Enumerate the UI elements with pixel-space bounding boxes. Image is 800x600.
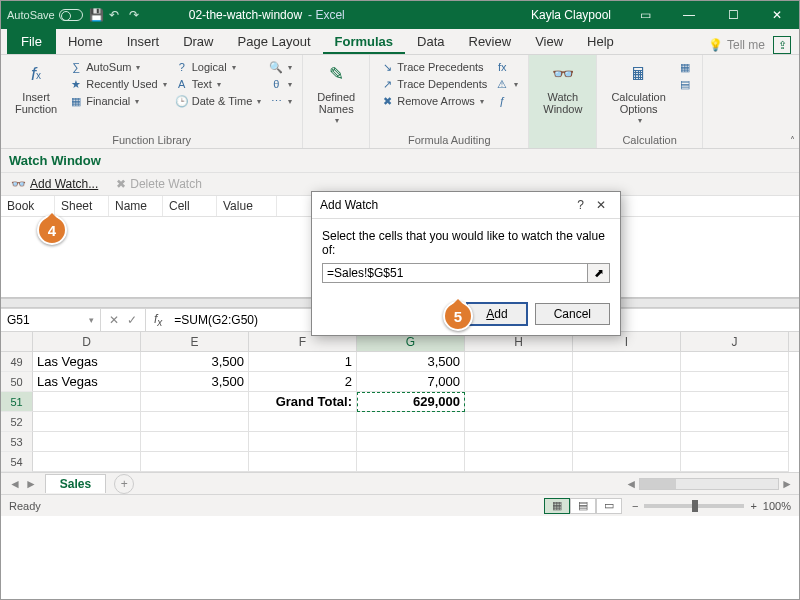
- zoom-out-button[interactable]: −: [632, 500, 638, 512]
- formula-input[interactable]: =SUM(G2:G50): [170, 313, 262, 327]
- tab-page-layout[interactable]: Page Layout: [226, 30, 323, 54]
- cancel-formula-icon[interactable]: ✕: [109, 313, 119, 327]
- defined-names-button[interactable]: ✎ Defined Names▾: [311, 59, 361, 128]
- cell[interactable]: 2: [249, 372, 357, 392]
- cell[interactable]: [357, 432, 465, 452]
- remove-arrows-button[interactable]: ✖Remove Arrows▾: [378, 93, 489, 109]
- row-header[interactable]: 51: [1, 392, 33, 412]
- cell[interactable]: Las Vegas: [33, 352, 141, 372]
- row-header[interactable]: 50: [1, 372, 33, 392]
- col-header[interactable]: E: [141, 332, 249, 351]
- watch-reference-input[interactable]: [322, 263, 588, 283]
- select-all-button[interactable]: [1, 332, 33, 351]
- sheet-nav-prev[interactable]: ◄: [9, 477, 21, 491]
- text-button[interactable]: AText▾: [173, 76, 264, 92]
- dialog-add-button[interactable]: Add: [467, 303, 526, 325]
- lookup-ref-button[interactable]: 🔍▾: [267, 59, 294, 75]
- cell[interactable]: [249, 432, 357, 452]
- dialog-cancel-button[interactable]: Cancel: [535, 303, 610, 325]
- close-button[interactable]: ✕: [755, 1, 799, 29]
- cell[interactable]: [681, 392, 789, 412]
- tab-draw[interactable]: Draw: [171, 30, 225, 54]
- cell[interactable]: [681, 412, 789, 432]
- cell[interactable]: Las Vegas: [33, 372, 141, 392]
- cell[interactable]: 7,000: [357, 372, 465, 392]
- cell[interactable]: [681, 352, 789, 372]
- cell[interactable]: [573, 352, 681, 372]
- dialog-help-button[interactable]: ?: [571, 198, 590, 212]
- financial-button[interactable]: ▦Financial▾: [67, 93, 169, 109]
- cell[interactable]: [465, 412, 573, 432]
- share-button[interactable]: ⇪: [773, 36, 791, 54]
- dialog-close-button[interactable]: ✕: [590, 198, 612, 212]
- tab-data[interactable]: Data: [405, 30, 456, 54]
- zoom-level[interactable]: 100%: [763, 500, 791, 512]
- cell[interactable]: [465, 352, 573, 372]
- maximize-button[interactable]: ☐: [711, 1, 755, 29]
- row-header[interactable]: 53: [1, 432, 33, 452]
- col-header[interactable]: D: [33, 332, 141, 351]
- cell[interactable]: [33, 452, 141, 472]
- cell[interactable]: [141, 392, 249, 412]
- cell[interactable]: [465, 372, 573, 392]
- autosum-button[interactable]: ∑AutoSum▾: [67, 59, 169, 75]
- redo-icon[interactable]: ↷: [129, 8, 143, 22]
- cell[interactable]: [573, 452, 681, 472]
- view-page-layout-button[interactable]: ▤: [570, 498, 596, 514]
- trace-precedents-button[interactable]: ↘Trace Precedents: [378, 59, 489, 75]
- cell[interactable]: [573, 412, 681, 432]
- more-functions-button[interactable]: ⋯▾: [267, 93, 294, 109]
- row-header[interactable]: 54: [1, 452, 33, 472]
- cell[interactable]: [141, 452, 249, 472]
- cell[interactable]: [681, 432, 789, 452]
- tell-me-search[interactable]: 💡 Tell me: [708, 38, 765, 52]
- range-selector-button[interactable]: ⬈: [588, 263, 610, 283]
- zoom-slider[interactable]: [644, 504, 744, 508]
- user-name[interactable]: Kayla Claypool: [531, 8, 611, 22]
- hscroll-left[interactable]: ◄: [625, 477, 637, 491]
- tab-insert[interactable]: Insert: [115, 30, 172, 54]
- sheet-nav-next[interactable]: ►: [25, 477, 37, 491]
- add-watch-button[interactable]: 👓 Add Watch...: [7, 175, 102, 193]
- new-sheet-button[interactable]: +: [114, 474, 134, 494]
- cell[interactable]: 3,500: [357, 352, 465, 372]
- minimize-button[interactable]: —: [667, 1, 711, 29]
- tab-view[interactable]: View: [523, 30, 575, 54]
- hscrollbar[interactable]: [639, 478, 779, 490]
- calculate-sheet-button[interactable]: ▤: [676, 76, 694, 92]
- cell[interactable]: [681, 372, 789, 392]
- cell[interactable]: [249, 412, 357, 432]
- cell[interactable]: [573, 432, 681, 452]
- cell[interactable]: Grand Total:: [249, 392, 357, 412]
- cell[interactable]: [357, 412, 465, 432]
- math-trig-button[interactable]: θ▾: [267, 76, 294, 92]
- cell[interactable]: [33, 392, 141, 412]
- cell[interactable]: [33, 412, 141, 432]
- insert-function-button[interactable]: fx Insert Function: [9, 59, 63, 117]
- col-header[interactable]: J: [681, 332, 789, 351]
- cell[interactable]: [573, 392, 681, 412]
- zoom-in-button[interactable]: +: [750, 500, 756, 512]
- ribbon-options-button[interactable]: ▭: [623, 1, 667, 29]
- autosave-toggle[interactable]: AutoSave: [7, 9, 83, 21]
- tab-home[interactable]: Home: [56, 30, 115, 54]
- cell[interactable]: [465, 392, 573, 412]
- cell[interactable]: 629,000: [357, 392, 465, 412]
- calculation-options-button[interactable]: 🖩 Calculation Options▾: [605, 59, 671, 128]
- worksheet-grid[interactable]: D E F G H I J 49Las Vegas3,50013,50050La…: [1, 332, 799, 472]
- tab-formulas[interactable]: Formulas: [323, 30, 406, 54]
- sheet-tab-sales[interactable]: Sales: [45, 474, 106, 493]
- row-header[interactable]: 49: [1, 352, 33, 372]
- tab-file[interactable]: File: [7, 29, 56, 54]
- tab-help[interactable]: Help: [575, 30, 626, 54]
- cell[interactable]: [465, 432, 573, 452]
- cell[interactable]: [573, 372, 681, 392]
- cell[interactable]: [357, 452, 465, 472]
- view-page-break-button[interactable]: ▭: [596, 498, 622, 514]
- evaluate-formula-button[interactable]: ƒ: [493, 93, 520, 109]
- date-time-button[interactable]: 🕒Date & Time▾: [173, 93, 264, 109]
- trace-dependents-button[interactable]: ↗Trace Dependents: [378, 76, 489, 92]
- show-formulas-button[interactable]: fx: [493, 59, 520, 75]
- cell[interactable]: [249, 452, 357, 472]
- accept-formula-icon[interactable]: ✓: [127, 313, 137, 327]
